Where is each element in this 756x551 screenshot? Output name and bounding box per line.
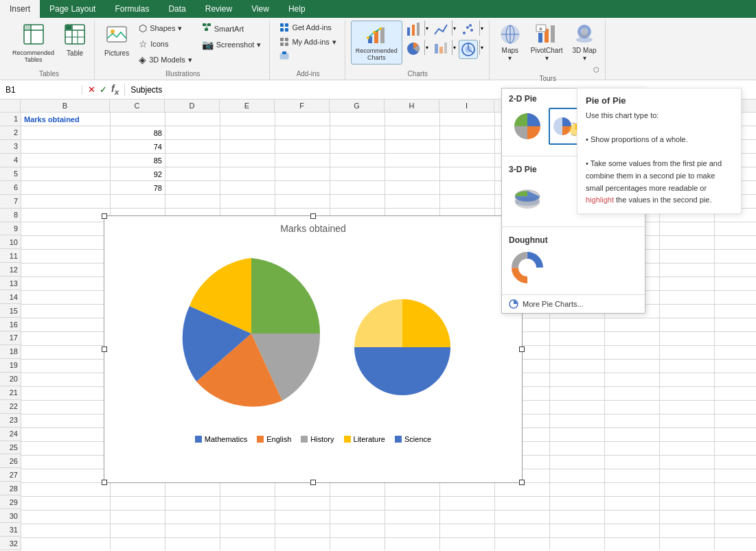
cell-16-K[interactable] (550, 318, 605, 331)
cell-3-F[interactable] (275, 140, 330, 153)
cell-31-B[interactable] (21, 524, 111, 537)
cell-30-I[interactable] (440, 511, 495, 524)
cell-28-G[interactable] (330, 483, 385, 496)
cell-29-H[interactable] (385, 497, 440, 510)
cell-1-C[interactable] (111, 113, 165, 126)
get-addins-button[interactable]: Get Add-ins (275, 21, 340, 34)
waterfall-chart-button[interactable] (459, 40, 478, 59)
cell-6-B[interactable] (21, 181, 111, 194)
cell-18-B[interactable] (21, 346, 111, 359)
cell-15-M[interactable] (660, 305, 715, 318)
col-header-f[interactable]: F (275, 99, 330, 112)
cell-29-G[interactable] (330, 497, 385, 510)
cell-7-E[interactable] (220, 195, 275, 208)
cell-28-E[interactable] (220, 483, 275, 496)
cell-26-K[interactable] (550, 456, 605, 469)
cell-31-E[interactable] (220, 524, 275, 537)
cell-21-M[interactable] (660, 387, 715, 400)
shapes-button[interactable]: ⬡ Shapes ▾ (135, 21, 196, 36)
cell-13-M[interactable] (660, 277, 715, 290)
cell-14-M[interactable] (660, 291, 715, 304)
cell-31-I[interactable] (440, 524, 495, 537)
bar-chart-dropdown[interactable]: ▾ (424, 21, 430, 38)
cell-20-K[interactable] (550, 373, 605, 386)
cell-32-J[interactable] (495, 538, 550, 550)
cell-25-L[interactable] (605, 442, 660, 455)
smartart-button[interactable]: SmartArt (198, 21, 266, 36)
cell-29-F[interactable] (275, 497, 330, 510)
cell-4-B[interactable] (21, 154, 111, 167)
cell-6-D[interactable] (165, 181, 220, 194)
cell-27-B[interactable] (21, 469, 111, 482)
cell-30-C[interactable] (111, 511, 165, 524)
cell-1-H[interactable] (385, 113, 440, 126)
cell-11-M[interactable] (660, 250, 715, 263)
col-header-d[interactable]: D (165, 99, 220, 112)
cell-20-M[interactable] (660, 373, 715, 386)
cell-12-M[interactable] (660, 263, 715, 277)
cell-1-B[interactable]: Marks obtained (21, 113, 111, 126)
cell-32-I[interactable] (440, 538, 495, 550)
cell-5-C[interactable]: 92 (111, 167, 165, 180)
more-pie-charts-button[interactable]: More Pie Charts... (502, 294, 645, 313)
maps-button[interactable]: Maps ▾ (495, 21, 525, 65)
cell-32-L[interactable] (605, 538, 660, 550)
cell-12-B[interactable] (21, 263, 111, 277)
cell-5-I[interactable] (440, 167, 495, 180)
pie-2d-option[interactable] (509, 108, 546, 145)
cell-2-D[interactable] (165, 126, 220, 139)
cell-6-I[interactable] (440, 181, 495, 194)
pivotchart-button[interactable]: ⊕ PivotChart ▾ (527, 21, 567, 65)
cell-29-M[interactable] (660, 497, 715, 510)
cell-22-L[interactable] (605, 401, 660, 414)
cell-2-I[interactable] (440, 126, 495, 139)
col-header-b[interactable]: B (21, 99, 110, 112)
cell-31-D[interactable] (165, 524, 220, 537)
cancel-icon[interactable]: ✕ (88, 84, 95, 95)
tab-review[interactable]: Review (196, 0, 242, 18)
cell-24-L[interactable] (605, 428, 660, 441)
cell-5-H[interactable] (385, 167, 440, 180)
3d-pie-option[interactable] (509, 178, 546, 215)
cell-16-M[interactable] (660, 318, 715, 331)
cell-27-L[interactable] (605, 469, 660, 482)
cell-4-F[interactable] (275, 154, 330, 167)
cell-9-M[interactable] (660, 222, 715, 235)
cell-31-C[interactable] (111, 524, 165, 537)
my-addins-button[interactable]: My Add-ins ▾ (275, 35, 340, 49)
cell-1-F[interactable] (275, 113, 330, 126)
cell-5-G[interactable] (330, 167, 385, 180)
cell-30-K[interactable] (550, 511, 605, 524)
cell-9-B[interactable] (21, 222, 111, 235)
doughnut-option[interactable] (509, 249, 546, 286)
cell-30-E[interactable] (220, 511, 275, 524)
cell-1-D[interactable] (165, 113, 220, 126)
cell-31-G[interactable] (330, 524, 385, 537)
cell-26-M[interactable] (660, 456, 715, 469)
cell-2-B[interactable] (21, 126, 111, 139)
cell-25-B[interactable] (21, 442, 111, 455)
cell-17-K[interactable] (550, 332, 605, 345)
cell-27-M[interactable] (660, 469, 715, 482)
cell-2-E[interactable] (220, 126, 275, 139)
cell-30-J[interactable] (495, 511, 550, 524)
cell-30-F[interactable] (275, 511, 330, 524)
cell-10-B[interactable] (21, 236, 111, 249)
cell-3-E[interactable] (220, 140, 275, 153)
confirm-icon[interactable]: ✓ (100, 84, 107, 95)
cell-21-K[interactable] (550, 387, 605, 400)
cell-23-B[interactable] (21, 414, 111, 427)
cell-28-B[interactable] (21, 483, 111, 496)
cell-19-K[interactable] (550, 360, 605, 373)
cell-10-M[interactable] (660, 236, 715, 249)
cell-29-I[interactable] (440, 497, 495, 510)
cell-5-F[interactable] (275, 167, 330, 180)
col-header-c[interactable]: C (110, 99, 165, 112)
cell-31-M[interactable] (660, 524, 715, 537)
function-icon[interactable]: fx (111, 83, 119, 96)
cell-28-K[interactable] (550, 483, 605, 496)
cell-31-L[interactable] (605, 524, 660, 537)
col-header-h[interactable]: H (385, 99, 439, 112)
cell-6-C[interactable]: 78 (111, 181, 165, 194)
tab-page-layout[interactable]: Page Layout (40, 0, 105, 18)
